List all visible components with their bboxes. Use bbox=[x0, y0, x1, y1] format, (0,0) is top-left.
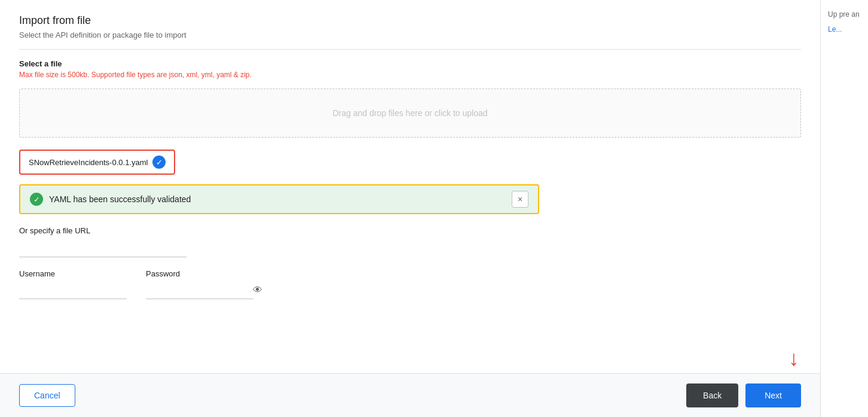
username-field: Username bbox=[19, 269, 127, 299]
upload-placeholder-text: Drag and drop files here or click to upl… bbox=[332, 108, 487, 118]
footer: Cancel Back Next bbox=[0, 373, 820, 417]
next-button[interactable]: Next bbox=[745, 383, 801, 407]
url-input[interactable] bbox=[19, 240, 187, 257]
upload-zone[interactable]: Drag and drop files here or click to upl… bbox=[19, 89, 801, 138]
file-check-icon: ✓ bbox=[152, 156, 166, 169]
eye-icon[interactable]: 👁 bbox=[250, 282, 265, 298]
file-chip[interactable]: SNowRetrieveIncidents-0.0.1.yaml ✓ bbox=[19, 150, 175, 175]
validation-check-icon: ✓ bbox=[30, 193, 43, 206]
right-panel: Up pre an Le... bbox=[820, 0, 868, 417]
close-button[interactable]: × bbox=[512, 191, 528, 208]
right-panel-text: Up pre an bbox=[828, 10, 861, 20]
file-name: SNowRetrieveIncidents-0.0.1.yaml bbox=[29, 158, 148, 167]
credentials-row: Username Password 👁 bbox=[19, 269, 801, 299]
back-button[interactable]: Back bbox=[686, 383, 738, 407]
footer-right: Back Next bbox=[686, 383, 801, 407]
username-label: Username bbox=[19, 269, 127, 278]
validation-banner: ✓ YAML has been successfully validated × bbox=[19, 184, 539, 214]
cancel-button[interactable]: Cancel bbox=[19, 384, 75, 407]
file-section-label: Select a file bbox=[19, 59, 801, 68]
url-section-label: Or specify a file URL bbox=[19, 226, 801, 235]
file-section-hint: Max file size is 500kb. Supported file t… bbox=[19, 71, 801, 79]
password-label: Password bbox=[146, 269, 253, 278]
page-subtitle: Select the API definition or package fil… bbox=[19, 31, 801, 39]
file-chip-row: SNowRetrieveIncidents-0.0.1.yaml ✓ bbox=[19, 150, 801, 175]
password-field: Password 👁 bbox=[146, 269, 253, 299]
divider bbox=[19, 49, 801, 50]
page-title: Import from file bbox=[19, 14, 801, 27]
validation-message: YAML has been successfully validated bbox=[49, 194, 528, 204]
password-wrapper: 👁 bbox=[146, 282, 253, 299]
password-input[interactable] bbox=[146, 282, 250, 299]
username-input[interactable] bbox=[19, 282, 127, 299]
learn-link[interactable]: Le... bbox=[828, 25, 861, 35]
